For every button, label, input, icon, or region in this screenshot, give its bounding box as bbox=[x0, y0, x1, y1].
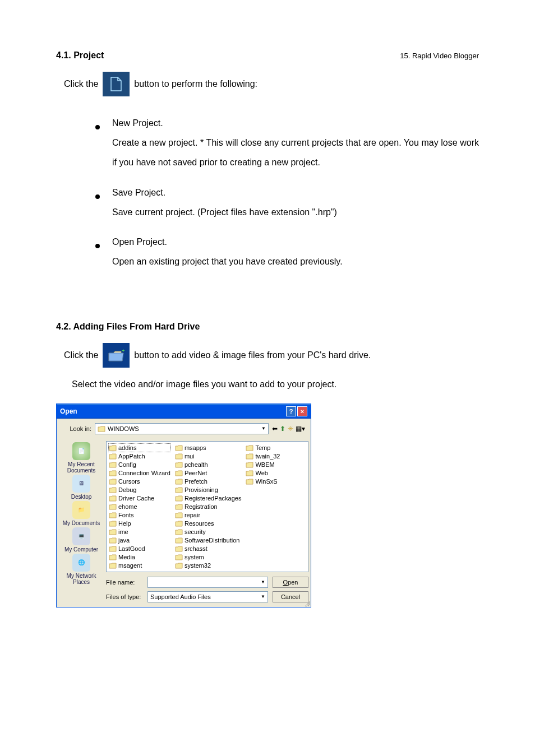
new-project-icon bbox=[103, 72, 130, 96]
list-item[interactable]: Media bbox=[109, 553, 170, 561]
list-item[interactable]: Registration bbox=[175, 503, 242, 511]
views-icon[interactable]: ▦▾ bbox=[296, 425, 305, 433]
list-item[interactable]: Prefetch bbox=[175, 477, 242, 485]
bullet-icon bbox=[95, 194, 100, 199]
list-item[interactable]: Provisioning bbox=[175, 486, 242, 494]
dialog-title-text: Open bbox=[60, 407, 77, 415]
sidebar-recent[interactable]: 📄 My Recent Documents bbox=[59, 442, 104, 474]
list-item[interactable]: Driver Cache bbox=[109, 494, 170, 502]
resize-grip[interactable] bbox=[303, 600, 310, 606]
addfile-click-instruction: Click the + button to add video & image … bbox=[64, 343, 479, 368]
chevron-down-icon: ▼ bbox=[261, 579, 265, 585]
folder-open-icon bbox=[98, 425, 105, 432]
sidebar-desktop[interactable]: 🖥 Desktop bbox=[71, 475, 92, 500]
list-item[interactable]: SoftwareDistribution bbox=[175, 536, 242, 544]
project-bullet-3: Open Project. Open an existing project t… bbox=[95, 232, 479, 271]
list-item[interactable]: ehome bbox=[109, 503, 170, 511]
chevron-down-icon: ▼ bbox=[261, 426, 266, 431]
network-icon: 🌐 bbox=[72, 554, 90, 572]
click-text-before: Click the bbox=[64, 350, 98, 360]
up-folder-icon[interactable]: ⬆ bbox=[280, 425, 285, 433]
list-item[interactable]: PeerNet bbox=[175, 469, 242, 477]
list-item[interactable]: msagent bbox=[109, 562, 170, 569]
list-item[interactable]: system32 bbox=[175, 562, 242, 569]
nav-toolbar: ⬅ ⬆ ✳ ▦▾ bbox=[272, 425, 305, 433]
places-sidebar: 📄 My Recent Documents 🖥 Desktop 📁 My Doc… bbox=[59, 441, 104, 602]
list-item[interactable]: RegisteredPackages bbox=[175, 494, 242, 502]
list-item[interactable]: mui bbox=[175, 452, 242, 460]
close-icon[interactable]: × bbox=[297, 406, 307, 416]
desktop-icon: 🖥 bbox=[72, 475, 90, 493]
list-item[interactable]: WBEM bbox=[246, 461, 280, 469]
sidebar-documents[interactable]: 📁 My Documents bbox=[63, 501, 100, 526]
click-text-before: Click the bbox=[64, 79, 98, 89]
add-file-icon: + bbox=[103, 343, 130, 368]
open-dialog: Open ? × Look in: WINDOWS ▼ ⬅ ⬆ ✳ ▦▾ 📄 bbox=[56, 403, 311, 607]
list-item[interactable]: system bbox=[175, 553, 242, 561]
list-item[interactable]: LastGood bbox=[109, 545, 170, 553]
sidebar-network[interactable]: 🌐 My Network Places bbox=[59, 554, 104, 585]
list-item[interactable]: Resources bbox=[175, 520, 242, 527]
sidebar-computer[interactable]: 💻 My Computer bbox=[64, 527, 98, 553]
list-item[interactable]: Temp bbox=[246, 444, 280, 452]
page-header: 15. Rapid Video Blogger bbox=[400, 52, 479, 60]
bullet-body: Open an existing project that you have c… bbox=[112, 252, 479, 271]
list-item[interactable]: WinSxS bbox=[246, 477, 280, 485]
lookin-value: WINDOWS bbox=[108, 425, 139, 432]
project-bullet-2: Save Project. Save current project. (Pro… bbox=[95, 183, 479, 222]
list-item[interactable]: srchasst bbox=[175, 545, 242, 553]
list-item[interactable]: Help bbox=[109, 520, 170, 527]
list-item[interactable]: pchealth bbox=[175, 461, 242, 469]
chevron-down-icon: ▼ bbox=[261, 594, 265, 599]
filetype-dropdown[interactable]: Supported Audio Files ▼ bbox=[147, 591, 268, 602]
list-item[interactable]: security bbox=[175, 528, 242, 536]
back-icon[interactable]: ⬅ bbox=[272, 425, 278, 433]
lookin-dropdown[interactable]: WINDOWS ▼ bbox=[95, 423, 269, 434]
list-item[interactable]: Debug bbox=[109, 486, 170, 494]
filetype-label: Files of type: bbox=[106, 593, 143, 600]
recent-icon: 📄 bbox=[72, 442, 90, 460]
list-item[interactable]: Web bbox=[246, 469, 280, 477]
help-icon[interactable]: ? bbox=[286, 406, 296, 416]
computer-icon: 💻 bbox=[72, 527, 90, 545]
list-item[interactable]: Connection Wizard bbox=[109, 469, 170, 477]
bullet-title: Open Project. bbox=[112, 232, 167, 252]
click-text-after: button to perform the following: bbox=[134, 79, 257, 89]
list-item[interactable]: ime bbox=[109, 528, 170, 536]
click-text-after: button to add video & image files from y… bbox=[134, 350, 371, 360]
filename-input[interactable]: ▼ bbox=[147, 577, 268, 588]
file-list[interactable]: addinsAppPatchConfigConnection WizardCur… bbox=[106, 441, 308, 572]
dialog-titlebar: Open ? × bbox=[57, 404, 311, 419]
list-item[interactable]: Fonts bbox=[109, 511, 170, 519]
filename-label: File name: bbox=[106, 579, 143, 586]
bullet-icon bbox=[95, 125, 100, 129]
list-item[interactable]: Cursors bbox=[109, 477, 170, 485]
section-4-2-title: 4.2. Adding Files From Hard Drive bbox=[56, 322, 479, 332]
lookin-label: Look in: bbox=[60, 425, 91, 432]
list-item[interactable]: Config bbox=[109, 461, 170, 469]
addfile-line2: Select the video and/or image files you … bbox=[72, 374, 479, 394]
documents-icon: 📁 bbox=[72, 501, 90, 519]
list-item[interactable]: msapps bbox=[175, 444, 242, 452]
project-click-instruction: Click the button to perform the followin… bbox=[64, 72, 479, 96]
bullet-title: New Project. bbox=[112, 113, 163, 133]
new-folder-icon[interactable]: ✳ bbox=[288, 425, 293, 433]
list-item[interactable]: repair bbox=[175, 511, 242, 519]
list-item[interactable]: AppPatch bbox=[109, 452, 170, 460]
bullet-icon bbox=[95, 244, 100, 248]
project-bullet-1: New Project. Create a new project. * Thi… bbox=[95, 113, 479, 173]
bullet-title: Save Project. bbox=[112, 183, 165, 202]
filetype-value: Supported Audio Files bbox=[150, 593, 211, 600]
open-button[interactable]: Open bbox=[273, 577, 308, 588]
list-item[interactable]: java bbox=[109, 536, 170, 544]
lookin-row: Look in: WINDOWS ▼ ⬅ ⬆ ✳ ▦▾ bbox=[60, 422, 307, 438]
list-item[interactable]: twain_32 bbox=[246, 452, 280, 460]
svg-text:+: + bbox=[122, 349, 124, 354]
list-item[interactable]: addins bbox=[109, 444, 170, 452]
bullet-body: Create a new project. * This will close … bbox=[112, 133, 479, 172]
bullet-body: Save current project. (Project files hav… bbox=[112, 202, 479, 222]
